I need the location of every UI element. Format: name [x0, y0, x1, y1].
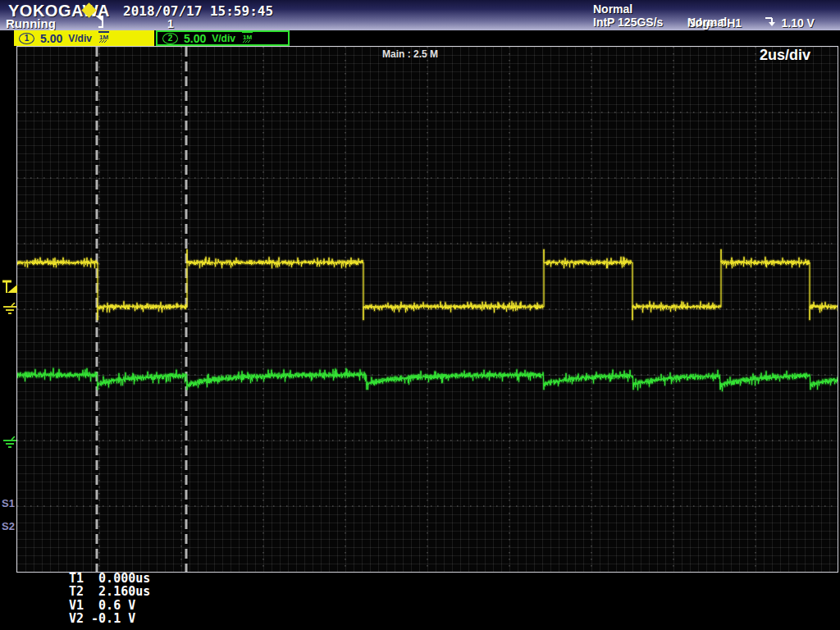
channel1-coupling-icon: 1M	[98, 30, 111, 46]
waveform-canvas	[17, 47, 838, 572]
channel2-coupling-icon: 1M	[241, 30, 254, 46]
measurement-v2: V2-0.1 V	[69, 612, 150, 625]
trigger-mode: Normal	[687, 16, 727, 29]
channel1-scale-unit: V/div	[68, 33, 92, 44]
measurement-t2: T2 2.160us	[69, 585, 150, 598]
cursor-measurements: T1 0.000us T2 2.160us V1 0.6 V V2-0.1 V	[69, 572, 150, 626]
channel1-scale-value: 5.00	[40, 32, 62, 45]
datetime-display: 2018/07/17 15:59:45	[123, 3, 273, 19]
channel2-ground-icon	[2, 436, 19, 454]
acquisition-status: Running	[6, 16, 56, 30]
channel2-scale-value: 5.00	[184, 32, 206, 45]
measurement-t1: T1 0.000us	[69, 572, 150, 585]
channel2-scale-unit: V/div	[212, 33, 235, 44]
trigger-level-marker-icon	[2, 280, 18, 299]
svg-text:1M: 1M	[243, 34, 252, 41]
channel2-scale-badge: 2 5.00 V/div 1M	[156, 30, 290, 46]
channel1-number-icon: 1	[19, 33, 34, 44]
timebase-scale-label: 2us/div	[760, 47, 810, 64]
channel2-number-icon: 2	[162, 33, 178, 44]
record-length-label: Main : 2.5 M	[382, 48, 438, 60]
trigger-position-flag-icon	[94, 15, 106, 32]
acquisition-mode: Normal	[593, 2, 632, 16]
s2-marker-label: S2	[2, 520, 15, 532]
header-bar: YOKOGAWA 2018/07/17 15:59:45 Running 1 N…	[0, 0, 840, 30]
sampling-rate: IntP 125GS/s	[593, 16, 663, 29]
trigger-level: 1.10 V	[781, 16, 814, 30]
channel1-scale-badge: 1 5.00 V/div 1M	[14, 30, 154, 46]
channel1-ground-icon	[2, 303, 19, 321]
falling-edge-icon	[746, 2, 777, 43]
svg-text:1M: 1M	[99, 34, 108, 41]
s1-marker-label: S1	[2, 497, 15, 509]
waveform-display-area	[16, 46, 838, 573]
measurement-v1: V1 0.6 V	[69, 599, 150, 612]
trigger-position-number: 1	[167, 17, 174, 30]
